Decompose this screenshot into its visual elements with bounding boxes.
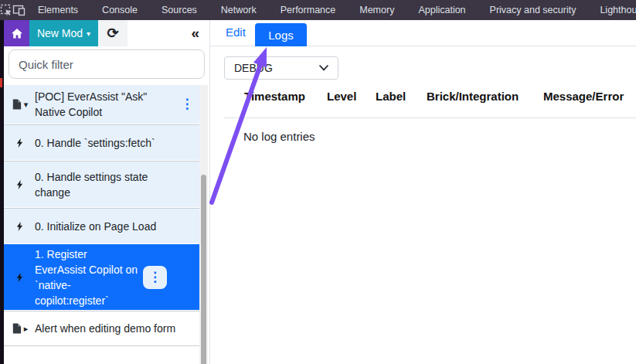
- caret-down-icon: ▾: [24, 97, 29, 112]
- sidebar-scrollbar-thumb[interactable]: [201, 175, 206, 364]
- mod-item-label: [POC] EverAssist "Ask" Native Copilot: [35, 89, 177, 120]
- detail-tab-bar: Edit Logs: [210, 20, 636, 46]
- brick-item-label: 0. Handle settings state change: [35, 169, 178, 200]
- devtools-tab-application[interactable]: Application: [418, 0, 465, 20]
- app-window: Elements Console Sources Network Perform…: [0, 0, 636, 364]
- refresh-icon: ⟳: [107, 25, 118, 42]
- devtools-tab-sources[interactable]: Sources: [162, 0, 197, 20]
- devtools-tab-network[interactable]: Network: [221, 0, 257, 20]
- col-header-label: Label: [376, 90, 406, 103]
- brick-item-label: 1. Register EverAssist Copilot on `nativ…: [35, 247, 143, 308]
- col-header-timestamp: Timestamp: [244, 90, 305, 103]
- devtools-tab-lighthouse[interactable]: Lighthouse: [600, 0, 636, 20]
- devtools-tab-bar: Elements Console Sources Network Perform…: [38, 0, 636, 20]
- chevron-down-icon: [319, 65, 328, 71]
- window-edge-red-mark: [0, 78, 2, 87]
- bolt-icon: [15, 138, 25, 148]
- caret-right-icon: ▸: [24, 362, 29, 364]
- bolt-icon: [15, 179, 25, 190]
- col-header-level: Level: [327, 90, 356, 103]
- tab-edit[interactable]: Edit: [226, 26, 246, 39]
- brick-item-label: 0. Initialize on Page Load: [35, 219, 199, 234]
- sidebar-toolbar: New Mod ▾ ⟳: [4, 20, 210, 46]
- devtools-tab-privacy[interactable]: Privacy and security: [490, 0, 576, 20]
- caret-right-icon: ▸: [24, 321, 29, 336]
- brick-item-label: 0. Handle `settings:fetch`: [35, 135, 199, 151]
- mod-item-menu-button[interactable]: ⋮: [177, 99, 197, 110]
- inspect-element-icon[interactable]: [0, 2, 12, 19]
- devtools-tab-console[interactable]: Console: [102, 0, 138, 20]
- brick-item-menu-button[interactable]: ⋮: [143, 266, 167, 289]
- mod-item-label: Alert when editing demo form: [35, 321, 199, 336]
- collapse-icon: «: [191, 25, 199, 42]
- col-header-brick-integration: Brick/Integration: [427, 90, 519, 103]
- sidebar-scrollbar-track[interactable]: [199, 85, 208, 364]
- collapse-sidebar-button[interactable]: «: [191, 20, 199, 46]
- refresh-button[interactable]: ⟳: [98, 20, 128, 46]
- file-icon: [11, 98, 22, 111]
- log-level-value: DEBUG: [234, 62, 273, 74]
- empty-logs-message: No log entries: [243, 130, 315, 143]
- bolt-icon: [15, 221, 25, 232]
- window-edge-strip: [0, 20, 4, 364]
- quick-filter-input[interactable]: [9, 49, 205, 79]
- brick-item-register-copilot[interactable]: 1. Register EverAssist Copilot on `nativ…: [4, 244, 199, 310]
- mod-item-everassist[interactable]: ▾ [POC] EverAssist "Ask" Native Copilot …: [4, 85, 199, 124]
- tab-logs[interactable]: Logs: [255, 23, 307, 46]
- col-header-message-error: Message/Error: [543, 90, 624, 103]
- brick-item-settings-fetch[interactable]: 0. Handle `settings:fetch`: [4, 124, 199, 160]
- devtools-toolbar: Elements Console Sources Network Perform…: [0, 0, 636, 20]
- table-header-divider: [224, 117, 636, 118]
- mod-item-alert-demo-form[interactable]: ▸ Alert when editing demo form: [4, 311, 199, 345]
- caret-down-icon: ▾: [87, 29, 90, 38]
- panel-divider: [209, 20, 210, 364]
- file-icon: [11, 322, 22, 335]
- devtools-tab-memory[interactable]: Memory: [359, 0, 394, 20]
- devtools-tab-performance[interactable]: Performance: [281, 0, 336, 20]
- mod-item-create-trello-card[interactable]: ▸ Create Trello Card: [4, 345, 199, 364]
- home-button[interactable]: [4, 20, 29, 46]
- log-level-select[interactable]: DEBUG: [224, 56, 338, 80]
- mod-detail-panel: Edit Logs DEBUG Timestamp Level Label Br…: [210, 20, 636, 364]
- brick-item-initialize[interactable]: 0. Initialize on Page Load: [4, 208, 199, 243]
- device-toolbar-icon[interactable]: [12, 2, 26, 19]
- new-mod-label: New Mod: [37, 27, 83, 39]
- home-icon: [11, 28, 23, 39]
- mods-sidebar: New Mod ▾ ⟳ « ▾ [POC] EverAssis: [4, 20, 210, 364]
- kebab-icon: ⋮: [148, 272, 162, 283]
- devtools-tab-elements[interactable]: Elements: [38, 0, 78, 20]
- bolt-icon: [15, 272, 25, 283]
- mod-item-label: Create Trello Card: [35, 362, 199, 364]
- new-mod-button[interactable]: New Mod ▾: [29, 20, 98, 46]
- brick-item-settings-state[interactable]: 0. Handle settings state change: [4, 161, 199, 207]
